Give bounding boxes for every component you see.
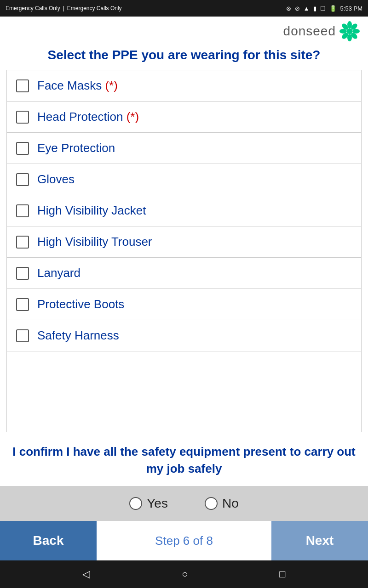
- list-item-head-protection[interactable]: Head Protection (*): [7, 102, 361, 133]
- label-safety-harness: Safety Harness: [37, 328, 119, 343]
- label-protective-boots: Protective Boots: [37, 297, 124, 311]
- logo-container: donseed: [283, 20, 361, 42]
- back-system-icon[interactable]: ◁: [82, 568, 90, 580]
- radio-label-no: No: [222, 496, 239, 511]
- checkbox-face-masks[interactable]: [16, 79, 29, 92]
- checkbox-safety-harness[interactable]: [16, 329, 29, 342]
- required-star-head-protection: (*): [126, 110, 139, 124]
- checkbox-head-protection[interactable]: [16, 111, 29, 124]
- wifi-icon: ▲: [304, 5, 310, 12]
- status-separator: |: [63, 5, 64, 11]
- list-item-high-visibility-trouser[interactable]: High Visibility Trouser: [7, 226, 361, 258]
- label-high-visibility-jacket: High Visibility Jacket: [37, 204, 146, 218]
- label-lanyard: Lanyard: [37, 266, 80, 280]
- emergency-calls-text2: Emergency Calls Only: [67, 5, 122, 11]
- logo-icon: [339, 20, 361, 42]
- emergency-calls-text1: Emergency Calls Only: [6, 5, 60, 11]
- radio-circle-yes[interactable]: [129, 497, 142, 510]
- radio-circle-no[interactable]: [205, 497, 218, 510]
- list-item-face-masks[interactable]: Face Masks (*): [7, 70, 361, 102]
- status-bar-right: ⊗ ⊘ ▲ ▮ ☐ 🔋 5:53 PM: [286, 5, 362, 12]
- list-item-safety-harness[interactable]: Safety Harness: [7, 320, 361, 351]
- signal-icon: ▮: [313, 5, 316, 12]
- page-title: Select the PPE you are wearing for this …: [0, 42, 368, 70]
- list-item-gloves[interactable]: Gloves: [7, 164, 361, 195]
- checkbox-high-visibility-jacket[interactable]: [16, 204, 29, 217]
- label-high-visibility-trouser: High Visibility Trouser: [37, 235, 152, 249]
- status-bar-left: Emergency Calls Only | Emergency Calls O…: [6, 5, 122, 11]
- confirmation-text: I confirm I have all the safety equipmen…: [9, 443, 359, 477]
- radio-option-yes[interactable]: Yes: [129, 496, 168, 511]
- label-gloves: Gloves: [37, 172, 75, 187]
- time-display: 5:53 PM: [340, 5, 362, 12]
- home-system-icon[interactable]: ○: [182, 568, 188, 580]
- checkbox-eye-protection[interactable]: [16, 142, 29, 155]
- list-item-eye-protection[interactable]: Eye Protection: [7, 133, 361, 164]
- label-head-protection: Head Protection (*): [37, 110, 139, 124]
- network-icon: ⊗: [286, 5, 291, 12]
- next-button[interactable]: Next: [271, 521, 368, 560]
- label-eye-protection: Eye Protection: [37, 141, 115, 155]
- logo-text: donseed: [283, 24, 336, 39]
- svg-point-9: [347, 28, 352, 34]
- checkbox-gloves[interactable]: [16, 173, 29, 186]
- confirmation-section: I confirm I have all the safety equipmen…: [0, 432, 368, 481]
- back-button[interactable]: Back: [0, 521, 97, 560]
- recents-system-icon[interactable]: □: [279, 568, 285, 580]
- ppe-checklist: Face Masks (*) Head Protection (*) Eye P…: [6, 70, 362, 432]
- system-bar: ◁ ○ □: [0, 560, 368, 588]
- step-indicator: Step 6 of 8: [97, 534, 271, 548]
- sim-icon: ☐: [320, 5, 326, 12]
- no-symbol-icon: ⊘: [295, 5, 300, 12]
- battery-icon: 🔋: [329, 5, 337, 12]
- checklist-spacer: [7, 351, 361, 425]
- radio-option-no[interactable]: No: [205, 496, 239, 511]
- required-star-face-masks: (*): [105, 79, 117, 92]
- status-bar: Emergency Calls Only | Emergency Calls O…: [0, 0, 368, 17]
- radio-label-yes: Yes: [147, 496, 168, 511]
- list-item-lanyard[interactable]: Lanyard: [7, 258, 361, 289]
- checkbox-protective-boots[interactable]: [16, 298, 29, 311]
- radio-section: Yes No: [0, 486, 368, 521]
- checkbox-high-visibility-trouser[interactable]: [16, 236, 29, 249]
- list-item-high-visibility-jacket[interactable]: High Visibility Jacket: [7, 195, 361, 226]
- label-face-masks: Face Masks (*): [37, 79, 118, 93]
- checkbox-lanyard[interactable]: [16, 267, 29, 280]
- header: donseed: [0, 17, 368, 42]
- list-item-protective-boots[interactable]: Protective Boots: [7, 289, 361, 320]
- nav-bar: Back Step 6 of 8 Next: [0, 521, 368, 560]
